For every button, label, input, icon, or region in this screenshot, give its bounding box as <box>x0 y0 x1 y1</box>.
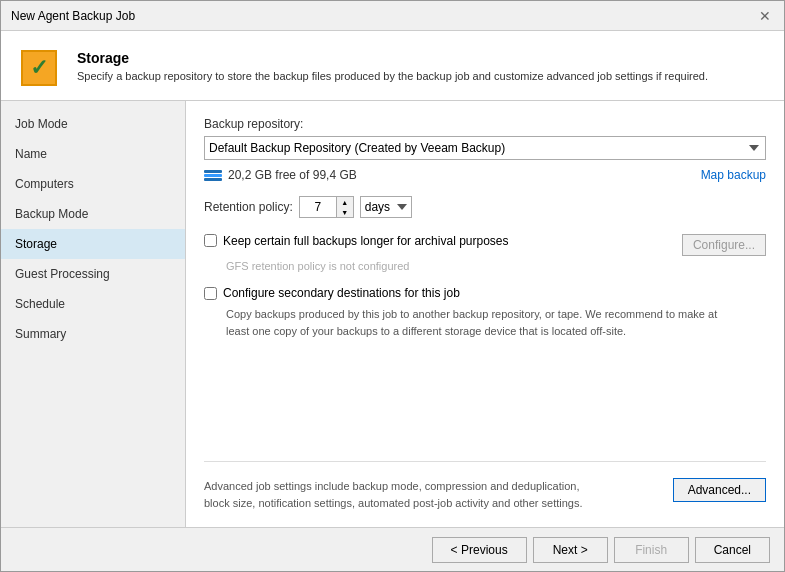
spin-up-button[interactable]: ▲ <box>337 197 353 207</box>
archival-label: Keep certain full backups longer for arc… <box>223 234 509 248</box>
gfs-note: GFS retention policy is not configured <box>226 260 766 272</box>
header-description: Specify a backup repository to store the… <box>77 70 708 82</box>
veeam-v-overlay: ✓ <box>23 52 55 84</box>
disk-icon <box>204 170 222 181</box>
archival-section: Keep certain full backups longer for arc… <box>204 234 766 272</box>
sidebar-item-job-mode[interactable]: Job Mode <box>1 109 185 139</box>
header-title: Storage <box>77 50 708 66</box>
configure-button[interactable]: Configure... <box>682 234 766 256</box>
sidebar-item-schedule[interactable]: Schedule <box>1 289 185 319</box>
storage-info-left: 20,2 GB free of 99,4 GB <box>204 168 357 182</box>
advanced-section: Advanced job settings include backup mod… <box>204 461 766 511</box>
map-backup-link[interactable]: Map backup <box>701 168 766 182</box>
retention-row: Retention policy: ▲ ▼ days <box>204 196 766 218</box>
title-bar: New Agent Backup Job ✕ <box>1 1 784 31</box>
disk-stripe-1 <box>204 170 222 173</box>
retention-unit-dropdown[interactable]: days <box>360 196 412 218</box>
header-section: ✓ Storage Specify a backup repository to… <box>1 31 784 101</box>
archival-checkbox-row: Keep certain full backups longer for arc… <box>204 234 766 256</box>
sidebar-item-guest-processing[interactable]: Guest Processing <box>1 259 185 289</box>
secondary-section: Configure secondary destinations for thi… <box>204 286 766 339</box>
repository-dropdown[interactable]: Default Backup Repository (Created by Ve… <box>204 136 766 160</box>
dialog-title: New Agent Backup Job <box>11 9 135 23</box>
header-text: Storage Specify a backup repository to s… <box>77 50 708 82</box>
secondary-description: Copy backups produced by this job to ano… <box>226 306 766 339</box>
advanced-button[interactable]: Advanced... <box>673 478 766 502</box>
secondary-checkbox[interactable] <box>204 287 217 300</box>
archival-checkbox[interactable] <box>204 234 217 247</box>
repository-row: Default Backup Repository (Created by Ve… <box>204 136 766 160</box>
disk-stripe-3 <box>204 178 222 181</box>
secondary-checkbox-row: Configure secondary destinations for thi… <box>204 286 766 300</box>
secondary-label: Configure secondary destinations for thi… <box>223 286 460 300</box>
sidebar-item-name[interactable]: Name <box>1 139 185 169</box>
repository-label: Backup repository: <box>204 117 766 131</box>
close-button[interactable]: ✕ <box>756 7 774 25</box>
sidebar: Job Mode Name Computers Backup Mode Stor… <box>1 101 186 527</box>
spin-buttons: ▲ ▼ <box>336 197 353 217</box>
storage-free-text: 20,2 GB free of 99,4 GB <box>228 168 357 182</box>
sidebar-item-storage[interactable]: Storage <box>1 229 185 259</box>
next-button[interactable]: Next > <box>533 537 608 563</box>
sidebar-item-computers[interactable]: Computers <box>1 169 185 199</box>
sidebar-item-backup-mode[interactable]: Backup Mode <box>1 199 185 229</box>
advanced-text: Advanced job settings include backup mod… <box>204 478 582 511</box>
retention-label: Retention policy: <box>204 200 293 214</box>
footer: < Previous Next > Finish Cancel <box>1 527 784 571</box>
dialog: New Agent Backup Job ✕ ✓ Storage Specify… <box>0 0 785 572</box>
main-content: Job Mode Name Computers Backup Mode Stor… <box>1 101 784 527</box>
finish-button[interactable]: Finish <box>614 537 689 563</box>
previous-button[interactable]: < Previous <box>432 537 527 563</box>
disk-stripe-2 <box>204 174 222 177</box>
storage-info-row: 20,2 GB free of 99,4 GB Map backup <box>204 168 766 182</box>
retention-spin-input: ▲ ▼ <box>299 196 354 218</box>
spin-down-button[interactable]: ▼ <box>337 207 353 217</box>
sidebar-item-summary[interactable]: Summary <box>1 319 185 349</box>
content-area: Backup repository: Default Backup Reposi… <box>186 101 784 527</box>
veeam-checkmark: ✓ <box>30 57 48 79</box>
cancel-button[interactable]: Cancel <box>695 537 770 563</box>
content-inner: Backup repository: Default Backup Reposi… <box>204 117 766 511</box>
archival-left: Keep certain full backups longer for arc… <box>204 234 509 248</box>
retention-value-input[interactable] <box>300 197 336 217</box>
veeam-icon: ✓ <box>15 42 63 90</box>
spacer <box>204 353 766 461</box>
